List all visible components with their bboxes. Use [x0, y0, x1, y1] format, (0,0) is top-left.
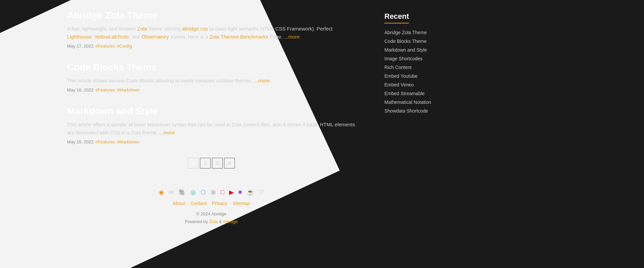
article-1-tag-features[interactable]: #Features: [95, 44, 115, 49]
email-icon[interactable]: ✉: [169, 189, 174, 196]
article-1-link-observatory[interactable]: Observatory: [142, 34, 169, 40]
copyright-text: © 2024 Abridge: [74, 210, 349, 218]
heart-icon[interactable]: ♡: [259, 189, 264, 196]
article-1-link-abridge-css[interactable]: abridge.css: [182, 26, 208, 31]
article-2-meta: May 16, 2022 #Features #Markdown: [67, 87, 356, 92]
sidebar-item-image-shortcodes[interactable]: Image Shortcodes: [384, 54, 458, 63]
powered-by-text: Powered by Zola & Abridge: [74, 218, 349, 225]
sidebar: Recent Abridge Zola Theme Code Blocks Th…: [376, 0, 470, 268]
social-icons: ◉ ✉ 🐘 ◎ ⬡ ⬢ □ ▶ ■ ☕ ♡: [74, 189, 349, 196]
powered-zola-link[interactable]: Zola: [209, 219, 217, 224]
footer-copyright: © 2024 Abridge Powered by Zola & Abridge: [74, 210, 349, 226]
article-3-date: May 15, 2022: [67, 139, 94, 144]
article-1: Abridge Zola Theme A fast, lightweight, …: [67, 10, 356, 49]
article-2-title[interactable]: Code Blocks Theme: [67, 62, 356, 73]
rss-icon[interactable]: ◉: [159, 189, 164, 196]
article-1-link-benchmarks[interactable]: Zola Themes Benchmarks: [209, 34, 268, 40]
mastodon-icon[interactable]: 🐘: [178, 189, 186, 196]
article-3-tag-markdown[interactable]: #Markdown: [117, 139, 140, 144]
article-1-excerpt: A fast, lightweight, and modern Zola the…: [67, 25, 356, 41]
planet-icon[interactable]: ◎: [191, 189, 196, 196]
youtube-icon[interactable]: ▶: [229, 189, 234, 196]
article-1-link-zola[interactable]: Zola: [137, 26, 147, 31]
page-btn-2[interactable]: 2: [200, 158, 211, 169]
sidebar-item-code-blocks-theme[interactable]: Code Blocks Theme: [384, 37, 458, 46]
sidebar-item-showdata-shortcode[interactable]: Showdata Shortcode: [384, 107, 458, 115]
pagination: 1 2 3 4: [67, 158, 356, 169]
article-3-title[interactable]: Markdown and Style: [67, 106, 356, 117]
article-2-tag-markdown[interactable]: #Markdown: [117, 87, 140, 92]
article-1-tag-config[interactable]: #Config: [117, 44, 132, 49]
article-1-link-lighthouse[interactable]: Lighthouse: [67, 34, 92, 40]
article-3-tag-features[interactable]: #Features: [95, 139, 115, 144]
page-btn-1[interactable]: 1: [188, 158, 199, 169]
sidebar-recent-title: Recent: [384, 12, 409, 23]
sidebar-item-embed-youtube[interactable]: Embed Youtube: [384, 72, 458, 80]
article-2-tag-features[interactable]: #Features: [95, 87, 115, 92]
main-content: Abridge Zola Theme A fast, lightweight, …: [0, 0, 376, 268]
sidebar-item-embed-streamable[interactable]: Embed Streamable: [384, 89, 458, 98]
footer-link-privacy[interactable]: Privacy: [212, 201, 227, 206]
page-btn-3[interactable]: 3: [212, 158, 223, 169]
sidebar-recent-section: Recent Abridge Zola Theme Code Blocks Th…: [379, 7, 463, 121]
twitch-icon[interactable]: ■: [238, 189, 242, 196]
sidebar-item-embed-vimeo[interactable]: Embed Vimeo: [384, 80, 458, 89]
article-1-more[interactable]: ...more: [284, 34, 300, 40]
article-2-excerpt: This article shows various Code Blocks a…: [67, 77, 356, 85]
coffee-icon[interactable]: ☕: [247, 189, 254, 196]
article-2: Code Blocks Theme This article shows var…: [67, 62, 356, 92]
footer-link-about[interactable]: About: [173, 201, 185, 206]
article-1-link-yellowlab[interactable]: YellowLabTools: [94, 34, 129, 40]
article-1-date: May 17, 2022: [67, 44, 94, 49]
powered-abridge-link[interactable]: Abridge: [223, 219, 238, 224]
sidebar-item-mathematical-notation[interactable]: Mathematical Notation: [384, 98, 458, 107]
sidebar-item-rich-content[interactable]: Rich Content: [384, 63, 458, 72]
footer-link-sitemap[interactable]: Sitemap: [233, 201, 250, 206]
article-1-meta: May 17, 2022 #Features #Config: [67, 44, 356, 49]
footer-links: About Contact Privacy Sitemap: [74, 201, 349, 206]
article-3-excerpt: This article offers a sample of basic Ma…: [67, 121, 356, 137]
article-2-date: May 16, 2022: [67, 87, 94, 92]
discord-icon[interactable]: ⬡: [201, 189, 206, 196]
article-3: Markdown and Style This article offers a…: [67, 106, 356, 144]
sidebar-item-abridge-zola-theme[interactable]: Abridge Zola Theme: [384, 28, 458, 37]
page-btn-4[interactable]: 4: [224, 158, 235, 169]
instagram-icon[interactable]: □: [221, 189, 224, 196]
footer-link-contact[interactable]: Contact: [191, 201, 207, 206]
article-1-title[interactable]: Abridge Zola Theme: [67, 10, 356, 21]
article-3-more[interactable]: ...more: [159, 130, 175, 135]
article-2-more[interactable]: ...more: [254, 78, 270, 83]
github-icon[interactable]: ⬢: [211, 189, 216, 196]
sidebar-item-markdown-and-style[interactable]: Markdown and Style: [384, 46, 458, 54]
article-3-meta: May 15, 2022 #Features #Markdown: [67, 139, 356, 144]
footer: ◉ ✉ 🐘 ◎ ⬡ ⬢ □ ▶ ■ ☕ ♡ About Contact Priv…: [67, 182, 356, 232]
